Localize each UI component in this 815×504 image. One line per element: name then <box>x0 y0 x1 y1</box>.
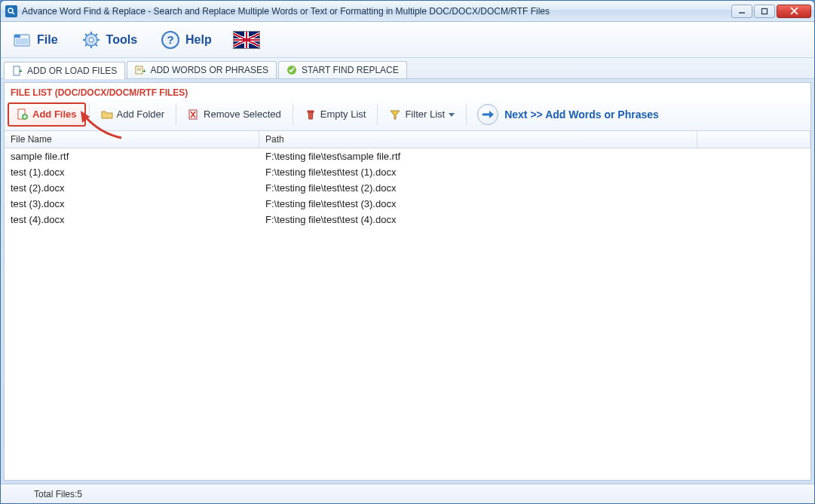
next-prefix: Next >> <box>504 108 543 121</box>
close-button[interactable] <box>777 5 811 18</box>
toolbar-separator <box>293 104 293 125</box>
menu-language[interactable] <box>230 28 265 52</box>
tab-start-replace-label: START FIND REPLACE <box>302 65 399 75</box>
menubar: File Tools ? Help <box>1 22 814 58</box>
svg-line-1 <box>12 12 14 14</box>
status-count: 5 <box>77 489 82 499</box>
document-add-icon: + <box>12 66 23 76</box>
add-file-icon <box>17 108 29 121</box>
table-body[interactable]: sample file.rtf F:\testing file\test\sam… <box>5 148 810 480</box>
words-icon: + <box>135 65 146 75</box>
section-title: FILE LIST (DOC/DOCX/DOCM/RTF FILES) <box>5 83 810 99</box>
tab-add-files-label: ADD OR LOAD FILES <box>27 66 117 76</box>
cell-file-path: F:\testing file\test\test (4).docx <box>259 212 810 228</box>
next-rest: Add Words or Phrases <box>545 108 659 121</box>
remove-selected-label: Remove Selected <box>204 108 281 120</box>
cell-file-name: sample file.rtf <box>5 148 259 164</box>
toolbar-separator <box>377 104 378 125</box>
titlebar: Advance Word Find & Replace - Search and… <box>1 1 814 22</box>
arrow-right-icon <box>477 104 498 125</box>
status-label: Total Files: <box>34 489 77 499</box>
svg-marker-35 <box>391 111 400 119</box>
svg-marker-38 <box>489 111 494 118</box>
cell-file-path: F:\testing file\test\test (3).docx <box>259 196 810 212</box>
tab-add-words[interactable]: + ADD WORDS OR PHRASES <box>127 61 277 78</box>
svg-point-10 <box>89 38 93 42</box>
table-row[interactable]: sample file.rtf F:\testing file\test\sam… <box>5 148 810 164</box>
tab-add-files[interactable]: + ADD OR LOAD FILES <box>4 62 125 79</box>
toolbar-separator <box>176 104 176 125</box>
add-files-button[interactable]: Add Files <box>8 102 86 127</box>
add-files-label: Add Files <box>32 108 77 120</box>
svg-rect-8 <box>16 38 28 44</box>
table-row[interactable]: test (1).docx F:\testing file\test\test … <box>5 164 810 180</box>
cell-file-name: test (1).docx <box>5 164 259 180</box>
filter-list-label: Filter List <box>405 108 445 120</box>
empty-list-button[interactable]: Empty List <box>296 103 375 126</box>
cell-file-path: F:\testing file\test\test (1).docx <box>259 164 810 180</box>
svg-text:+: + <box>142 68 146 75</box>
svg-line-17 <box>95 34 97 36</box>
menu-tools-label: Tools <box>106 33 137 47</box>
uk-flag-icon <box>233 31 260 49</box>
cell-file-path: F:\testing file\test\sample file.rtf <box>259 148 810 164</box>
column-header-name[interactable]: File Name <box>5 131 259 148</box>
file-toolbar: Add Files Add Folder Remove Selected <box>5 99 810 131</box>
folder-icon <box>101 108 113 121</box>
svg-rect-3 <box>762 8 768 14</box>
table-row[interactable]: test (4).docx F:\testing file\test\test … <box>5 212 810 228</box>
dropdown-icon <box>449 111 455 118</box>
column-header-extra[interactable] <box>697 131 810 148</box>
cell-file-name: test (4).docx <box>5 212 259 228</box>
svg-rect-7 <box>14 35 20 38</box>
cell-file-path: F:\testing file\test\test (2).docx <box>259 180 810 196</box>
window-title: Advance Word Find & Replace - Search and… <box>22 6 731 17</box>
menu-help-label: Help <box>185 33 212 47</box>
trash-icon <box>305 108 317 121</box>
svg-text:+: + <box>19 68 23 75</box>
tabs-row: + ADD OR LOAD FILES + ADD WORDS OR PHRAS… <box>1 58 814 79</box>
next-button[interactable]: Next >> Add Words or Phrases <box>470 101 666 128</box>
empty-list-label: Empty List <box>320 108 366 120</box>
status-total-files: Total Files:5 <box>34 489 82 499</box>
toolbar-separator <box>89 104 90 125</box>
menu-file[interactable]: File <box>7 26 63 53</box>
help-icon: ? <box>160 29 181 50</box>
svg-line-18 <box>85 44 87 46</box>
minimize-button[interactable] <box>731 5 752 18</box>
check-icon <box>286 65 297 75</box>
svg-line-15 <box>85 34 87 36</box>
cell-file-name: test (2).docx <box>5 180 259 196</box>
cell-file-name: test (3).docx <box>5 196 259 212</box>
svg-line-16 <box>95 44 97 46</box>
window-controls <box>731 5 811 18</box>
menu-help[interactable]: ? Help <box>155 26 216 53</box>
tab-start-replace[interactable]: START FIND REPLACE <box>278 61 407 78</box>
column-header-path[interactable]: Path <box>259 131 697 148</box>
add-folder-label: Add Folder <box>117 108 165 120</box>
maximize-button[interactable] <box>754 5 775 18</box>
filter-list-button[interactable]: Filter List <box>381 103 463 126</box>
add-folder-button[interactable]: Add Folder <box>93 103 173 126</box>
app-window: Advance Word Find & Replace - Search and… <box>0 0 815 504</box>
menu-tools[interactable]: Tools <box>76 26 142 53</box>
file-icon <box>11 29 32 50</box>
remove-icon <box>188 108 200 121</box>
app-icon <box>5 5 17 17</box>
statusbar-grip-icon <box>19 489 29 499</box>
content-area: FILE LIST (DOC/DOCX/DOCM/RTF FILES) Add … <box>4 82 811 481</box>
table-row[interactable]: test (2).docx F:\testing file\test\test … <box>5 180 810 196</box>
next-label: Next >> Add Words or Phrases <box>504 108 659 121</box>
svg-marker-36 <box>449 113 455 117</box>
svg-text:?: ? <box>167 33 173 46</box>
statusbar: Total Files:5 <box>1 484 814 503</box>
gear-icon <box>81 29 102 50</box>
toolbar-separator <box>466 104 467 125</box>
remove-selected-button[interactable]: Remove Selected <box>179 103 290 126</box>
filter-icon <box>389 108 401 121</box>
table-header: File Name Path <box>5 131 810 148</box>
table-row[interactable]: test (3).docx F:\testing file\test\test … <box>5 196 810 212</box>
menu-file-label: File <box>37 33 58 47</box>
tab-add-words-label: ADD WORDS OR PHRASES <box>150 65 268 75</box>
